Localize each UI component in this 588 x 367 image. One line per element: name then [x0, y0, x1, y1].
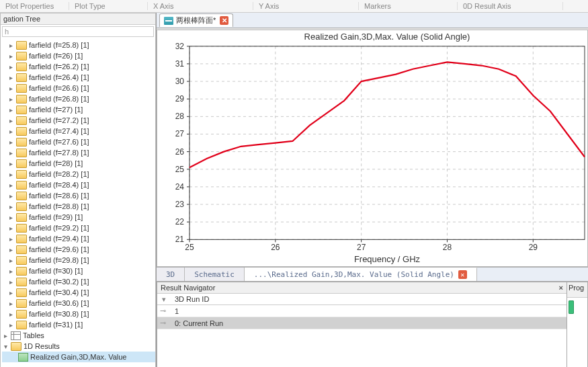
- tree-item-farfield[interactable]: ▸farfield (f=28.2) [1]: [2, 169, 155, 179]
- expander-icon[interactable]: ▸: [7, 246, 15, 253]
- tree-item-farfield[interactable]: ▸farfield (f=27.6) [1]: [2, 136, 155, 147]
- tree-item-label: farfield (f=30.2) [1]: [29, 278, 89, 286]
- view-tab-result[interactable]: ...\Realized Gain,3D,Max. Value (Solid A…: [245, 268, 477, 281]
- ribbon-group-y-axis[interactable]: Y Axis: [253, 2, 359, 10]
- ribbon-group-plot-properties[interactable]: Plot Properties: [0, 2, 69, 10]
- result-nav-row[interactable]: ⊸ 0: Current Run: [157, 317, 566, 329]
- tree-item-farfield[interactable]: ▸farfield (f=26.8) [1]: [2, 93, 155, 104]
- tree-item-label: farfield (f=28.2) [1]: [29, 170, 89, 178]
- tree-item-farfield[interactable]: ▸farfield (f=26) [1]: [2, 50, 155, 61]
- close-icon[interactable]: ×: [559, 284, 563, 292]
- svg-text:21: 21: [175, 235, 185, 244]
- tree-item-label: farfield (f=26.8) [1]: [29, 95, 89, 103]
- tree-item-farfield[interactable]: ▸farfield (f=29.6) [1]: [2, 244, 155, 255]
- expander-icon[interactable]: ▸: [2, 332, 9, 339]
- expander-icon[interactable]: ▸: [7, 192, 15, 200]
- expander-icon[interactable]: ▸: [7, 268, 15, 275]
- ribbon-group-plot-type[interactable]: Plot Type: [69, 2, 148, 10]
- tree-item-farfield[interactable]: ▸farfield (f=27.2) [1]: [2, 115, 155, 126]
- expander-icon[interactable]: ▸: [7, 128, 15, 135]
- tree-item-farfield[interactable]: ▸farfield (f=27) [1]: [2, 104, 155, 115]
- folder-icon: [16, 95, 27, 104]
- tree-item-farfield[interactable]: ▸farfield (f=28.4) [1]: [2, 179, 155, 190]
- svg-text:23: 23: [175, 200, 185, 209]
- folder-icon: [16, 63, 27, 71]
- expander-icon[interactable]: ▸: [7, 235, 15, 243]
- expander-icon[interactable]: ▸: [7, 138, 15, 146]
- tree-item-farfield[interactable]: ▸farfield (f=30.2) [1]: [2, 276, 155, 287]
- tree-item-farfield[interactable]: ▸farfield (f=30.4) [1]: [2, 287, 155, 298]
- result-nav-row[interactable]: ⊸ 1: [157, 305, 566, 317]
- expander-icon[interactable]: ▸: [7, 52, 15, 60]
- expander-icon[interactable]: ▸: [7, 74, 15, 81]
- svg-text:26: 26: [271, 243, 280, 252]
- close-icon[interactable]: ✕: [458, 270, 467, 279]
- tree-item-label: Realized Gain,3D,Max. Value: [30, 353, 126, 361]
- tree-item-farfield[interactable]: ▸farfield (f=26.6) [1]: [2, 83, 155, 93]
- result-nav-row-label: 1: [175, 307, 179, 315]
- tree-item-farfield[interactable]: ▸farfield (f=30.8) [1]: [2, 309, 155, 319]
- view-tab-3d[interactable]: 3D: [157, 268, 185, 281]
- folder-icon: [16, 41, 27, 50]
- expander-icon[interactable]: ▸: [7, 203, 15, 210]
- expander-icon[interactable]: ▸: [7, 42, 15, 49]
- filter-icon[interactable]: ▾: [160, 295, 168, 303]
- expander-icon[interactable]: ▸: [7, 149, 15, 157]
- expander-icon[interactable]: ▸: [7, 106, 15, 114]
- navigation-tree[interactable]: ▸farfield (f=25.8) [1]▸farfield (f=26) […: [1, 38, 155, 367]
- tree-item-farfield[interactable]: ▸farfield (f=28.6) [1]: [2, 190, 155, 201]
- expander-icon[interactable]: ▸: [7, 117, 15, 124]
- tree-item-farfield[interactable]: ▸farfield (f=27.8) [1]: [2, 147, 155, 158]
- expander-icon[interactable]: ▾: [2, 343, 9, 350]
- tree-item-farfield[interactable]: ▸farfield (f=29.2) [1]: [2, 222, 155, 233]
- tree-item-label: farfield (f=29) [1]: [29, 213, 83, 221]
- expander-icon[interactable]: ▸: [7, 63, 15, 71]
- view-tab-schematic[interactable]: Schematic: [185, 268, 245, 281]
- expander-icon[interactable]: ▸: [7, 171, 15, 178]
- document-tab[interactable]: 两根棒阵面* ✕: [159, 13, 233, 27]
- tree-item-farfield[interactable]: ▸farfield (f=29.4) [1]: [2, 233, 155, 244]
- expander-icon[interactable]: ▸: [7, 257, 15, 264]
- expander-icon[interactable]: ▸: [7, 300, 15, 307]
- tree-item-farfield[interactable]: ▸farfield (f=29) [1]: [2, 212, 155, 222]
- tree-item-farfield[interactable]: ▸farfield (f=26.2) [1]: [2, 61, 155, 72]
- tree-search-input[interactable]: h: [2, 26, 154, 37]
- tree-item-farfield[interactable]: ▸farfield (f=26.4) [1]: [2, 72, 155, 83]
- tree-item-farfield[interactable]: ▸farfield (f=28) [1]: [2, 158, 155, 169]
- expander-icon[interactable]: ▸: [7, 278, 15, 286]
- tree-item-realized-gain[interactable]: Realized Gain,3D,Max. Value: [2, 352, 155, 362]
- tree-item-label: farfield (f=28.4) [1]: [29, 181, 89, 189]
- expander-icon[interactable]: ▸: [7, 225, 15, 232]
- tree-item-label: farfield (f=29.4) [1]: [29, 235, 89, 243]
- expander-icon[interactable]: ▸: [7, 321, 15, 329]
- pin-icon[interactable]: ⊸: [160, 319, 168, 327]
- folder-icon: [11, 342, 22, 351]
- result-nav-row-label: 0: Current Run: [175, 319, 223, 327]
- tree-item-farfield[interactable]: ▸farfield (f=30) [1]: [2, 266, 155, 276]
- expander-icon[interactable]: ▸: [7, 85, 15, 92]
- ribbon-group-markers[interactable]: Markers: [359, 2, 458, 10]
- pin-icon[interactable]: ⊸: [160, 307, 168, 315]
- tree-item-farfield[interactable]: ▸farfield (f=30.6) [1]: [2, 298, 155, 309]
- tree-item-1d-results[interactable]: ▾1D Results: [2, 341, 155, 352]
- svg-text:24: 24: [175, 182, 185, 192]
- tree-item-farfield[interactable]: ▸farfield (f=25.8) [1]: [2, 40, 155, 50]
- expander-icon[interactable]: ▸: [7, 181, 15, 189]
- tree-item-farfield[interactable]: ▸farfield (f=27.4) [1]: [2, 126, 155, 136]
- tree-item-farfield[interactable]: ▸farfield (f=28.8) [1]: [2, 201, 155, 212]
- folder-icon: [16, 116, 27, 125]
- tree-item-tables[interactable]: ▸Tables: [2, 330, 155, 341]
- result-navigator-column-header[interactable]: 3D Run ID: [175, 295, 209, 303]
- expander-icon[interactable]: ▸: [7, 95, 15, 103]
- expander-icon[interactable]: ▸: [7, 289, 15, 296]
- expander-icon[interactable]: ▸: [7, 311, 15, 318]
- tree-item-farfield[interactable]: ▸farfield (f=29.8) [1]: [2, 255, 155, 266]
- expander-icon[interactable]: ▸: [7, 160, 15, 167]
- ribbon-group-0d-result-axis[interactable]: 0D Result Axis: [458, 2, 563, 10]
- expander-icon[interactable]: ▸: [7, 214, 15, 221]
- close-icon[interactable]: ✕: [220, 16, 228, 25]
- tree-item-label: farfield (f=31) [1]: [29, 321, 83, 329]
- tree-item-label: farfield (f=26.6) [1]: [29, 84, 89, 92]
- ribbon-group-x-axis[interactable]: X Axis: [148, 2, 253, 10]
- tree-item-farfield[interactable]: ▸farfield (f=31) [1]: [2, 319, 155, 330]
